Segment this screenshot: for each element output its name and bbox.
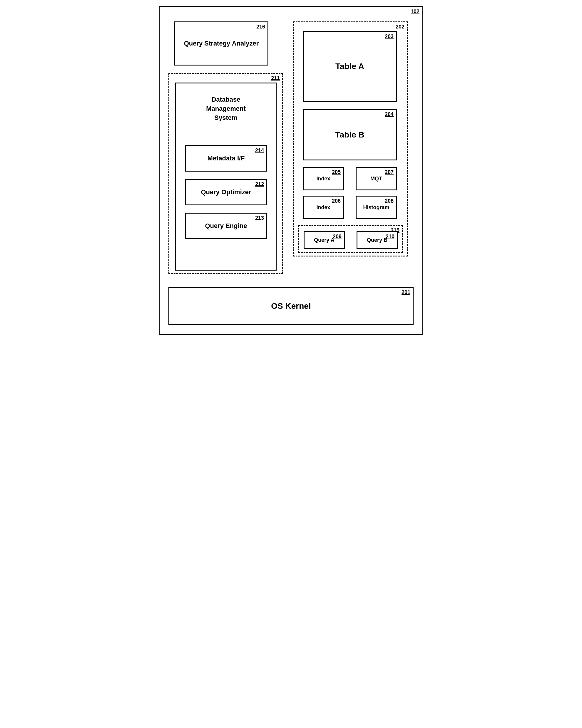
label-208: 208 — [385, 198, 394, 204]
label-211: 211 — [271, 75, 280, 81]
box-208: 208 Histogram — [356, 196, 397, 219]
label-205: 205 — [332, 169, 341, 175]
title-204: Table B — [304, 110, 396, 159]
label-216: 216 — [256, 24, 265, 30]
box-207: 207 MQT — [356, 167, 397, 190]
box-209: 209 Query A — [304, 231, 345, 249]
label-201: 201 — [402, 289, 410, 295]
box-211: 211 DatabaseManagementSystem 214 Metadat… — [169, 73, 283, 274]
box-215: 215 209 Query A 210 Query B — [298, 225, 403, 253]
box-213: 213 Query Engine — [185, 213, 267, 239]
title-213: Query Engine — [186, 214, 266, 238]
box-204: 204 Table B — [303, 109, 397, 160]
box-201: 201 OS Kernel — [169, 287, 413, 325]
title-216: Query Strategy Analyzer — [175, 22, 268, 64]
box-212: 212 Query Optimizer — [185, 179, 267, 205]
label-213: 213 — [255, 215, 264, 221]
title-214: Metadata I/F — [186, 146, 266, 171]
label-204: 204 — [385, 111, 394, 118]
label-210: 210 — [386, 234, 395, 240]
box-205: 205 Index — [303, 167, 344, 190]
box-206: 206 Index — [303, 196, 344, 219]
label-212: 212 — [255, 181, 264, 187]
label-207: 207 — [385, 169, 394, 175]
title-211: DatabaseManagementSystem — [176, 95, 276, 122]
box-202: 202 203 Table A 204 Table B 205 Index — [293, 22, 408, 257]
title-203: Table A — [304, 32, 396, 101]
label-206: 206 — [332, 198, 341, 204]
outer-diagram: 102 216 Query Strategy Analyzer 202 203 … — [159, 6, 423, 335]
label-102: 102 — [411, 8, 420, 15]
box-216: 216 Query Strategy Analyzer — [174, 22, 268, 66]
box-203: 203 Table A — [303, 31, 397, 102]
label-214: 214 — [255, 148, 264, 154]
title-212: Query Optimizer — [186, 180, 266, 205]
title-201: OS Kernel — [169, 288, 413, 324]
box-214: 214 Metadata I/F — [185, 145, 267, 172]
label-209: 209 — [333, 234, 341, 240]
label-203: 203 — [385, 33, 394, 40]
label-202: 202 — [396, 24, 404, 30]
box-211-inner: DatabaseManagementSystem 214 Metadata I/… — [175, 82, 277, 270]
box-210: 210 Query B — [357, 231, 398, 249]
